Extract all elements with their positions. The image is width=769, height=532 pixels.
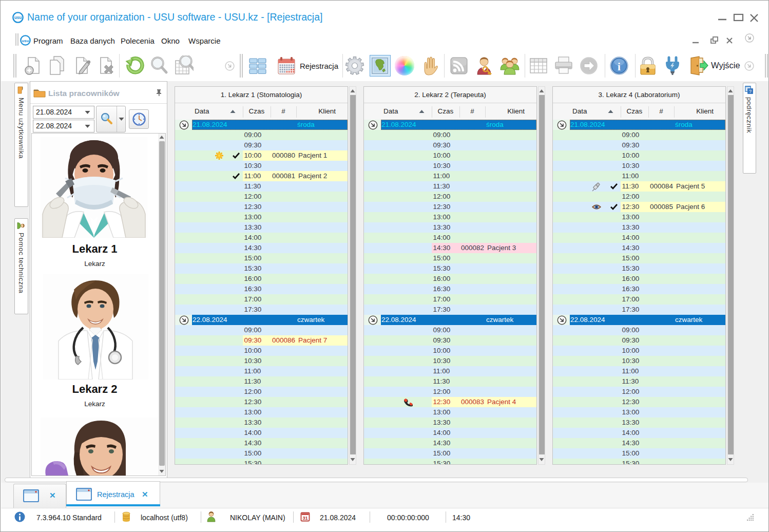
svg-text:i: i	[618, 61, 621, 73]
svg-text:usu: usu	[14, 15, 22, 20]
svg-text:?: ?	[749, 89, 752, 94]
svg-text:usu: usu	[22, 39, 29, 43]
svg-text:31: 31	[302, 516, 307, 521]
